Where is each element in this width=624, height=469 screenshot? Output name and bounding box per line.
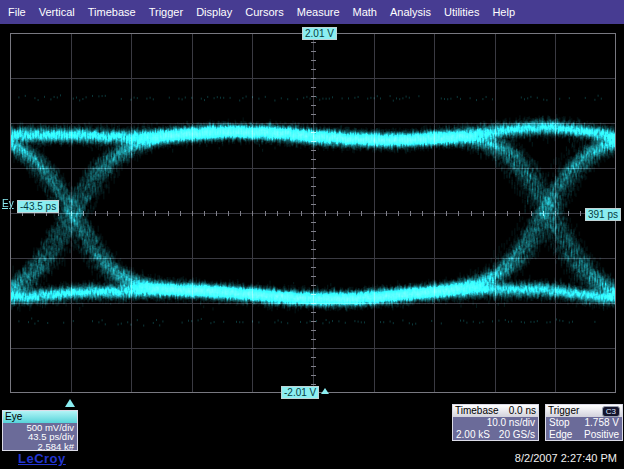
menu-item-help[interactable]: Help: [492, 6, 515, 18]
trigger-source-badge[interactable]: C3: [602, 406, 620, 417]
timebase-sample-rate: 20 GS/s: [499, 429, 535, 441]
lecroy-logo: LeCroy: [18, 451, 66, 466]
timebase-panel-title: Timebase: [455, 405, 499, 417]
menu-item-trigger[interactable]: Trigger: [149, 6, 183, 18]
cursor-label-right-time[interactable]: 391 ps: [585, 208, 621, 221]
trigger-level: 1.758 V: [585, 417, 619, 429]
menu-bar: File Vertical Timebase Trigger Display C…: [0, 0, 624, 24]
timebase-record-length: 2.00 kS: [456, 429, 490, 441]
menu-item-measure[interactable]: Measure: [297, 6, 340, 18]
menu-item-cursors[interactable]: Cursors: [245, 6, 284, 18]
menu-item-file[interactable]: File: [8, 6, 26, 18]
menu-item-math[interactable]: Math: [353, 6, 377, 18]
menu-item-vertical[interactable]: Vertical: [39, 6, 75, 18]
cursor-label-bottom-voltage[interactable]: -2.01 V: [281, 386, 319, 399]
eye-descriptor-panel[interactable]: Eye 500 mV/div 43.5 ps/div 2.584 k#: [2, 410, 78, 451]
timebase-scale-value: 10.0 ns/div: [487, 417, 535, 429]
cursor-label-top-voltage[interactable]: 2.01 V: [302, 27, 337, 40]
cursor-marker-icon[interactable]: [321, 388, 329, 394]
menu-item-analysis[interactable]: Analysis: [390, 6, 431, 18]
menu-item-display[interactable]: Display: [196, 6, 232, 18]
timebase-offset-value: 0.0 ns: [509, 405, 536, 417]
oscilloscope-screen: File Vertical Timebase Trigger Display C…: [0, 0, 624, 469]
trigger-type: Edge: [549, 429, 572, 441]
cursor-label-left-time[interactable]: -43.5 ps: [17, 200, 59, 213]
menu-item-utilities[interactable]: Utilities: [444, 6, 479, 18]
trigger-mode: Stop: [549, 417, 570, 429]
menu-item-timebase[interactable]: Timebase: [88, 6, 136, 18]
waveform-display[interactable]: [0, 24, 624, 404]
clock-timestamp: 8/2/2007 2:27:40 PM: [515, 452, 617, 464]
trigger-slope: Positive: [584, 429, 619, 441]
trace-position-marker-icon[interactable]: [65, 399, 75, 407]
trigger-panel-title: Trigger: [548, 405, 579, 417]
timebase-panel[interactable]: Timebase 0.0 ns 10.0 ns/div 2.00 kS 20 G…: [452, 404, 539, 441]
trigger-panel[interactable]: Trigger C3 Stop 1.758 V Edge Positive: [545, 404, 623, 441]
trace-indicator-eye[interactable]: Ey: [2, 198, 14, 210]
eye-sweep-count: 2.584 k#: [3, 442, 77, 451]
